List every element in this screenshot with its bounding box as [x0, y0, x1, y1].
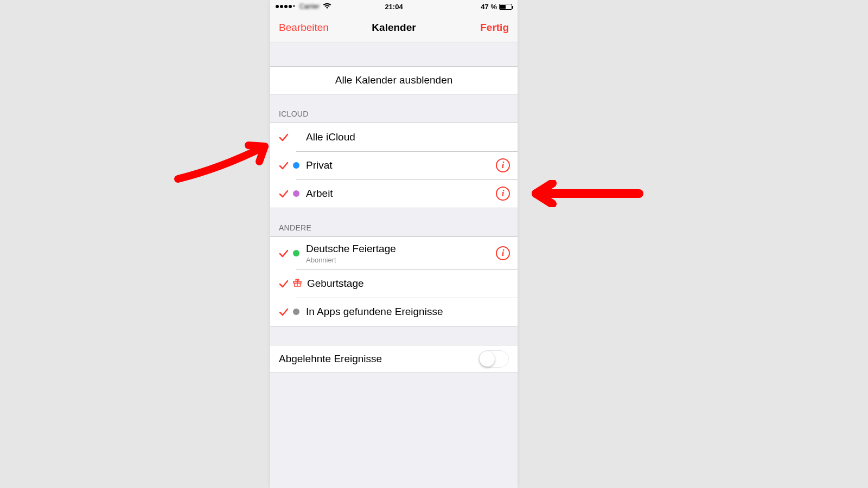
status-left: Carrier: [270, 3, 331, 11]
calendar-row-privat[interactable]: Privat i: [270, 151, 518, 179]
done-button[interactable]: Fertig: [480, 22, 509, 34]
calendar-row-all-icloud[interactable]: Alle iCloud: [270, 123, 518, 151]
calendar-row-geburtstage[interactable]: Geburtstage: [270, 269, 518, 298]
calendar-sublabel: Abonniert: [306, 256, 396, 264]
section-header-icloud: ICLOUD: [270, 94, 518, 123]
icloud-calendar-list: Alle iCloud Privat i Arbeit i: [270, 123, 518, 208]
hide-all-calendars-button[interactable]: Alle Kalender ausblenden: [270, 66, 518, 94]
check-icon: [278, 160, 290, 170]
calendar-label: Privat: [306, 159, 333, 171]
declined-events-label: Abgelehnte Ereignisse: [279, 353, 382, 365]
calendar-label: Deutsche Feiertage: [306, 243, 396, 255]
section-header-other: ANDERE: [270, 208, 518, 236]
info-icon[interactable]: i: [496, 187, 510, 201]
declined-events-row: Abgelehnte Ereignisse: [270, 345, 518, 373]
check-icon: [278, 279, 290, 288]
status-bar: Carrier 21:04 47 %: [270, 0, 518, 13]
status-time: 21:04: [385, 3, 403, 11]
calendar-row-found-in-apps[interactable]: In Apps gefundene Ereignisse: [270, 298, 518, 326]
nav-bar: Bearbeiten Kalender Fertig: [270, 13, 518, 42]
calendar-row-feiertage[interactable]: Deutsche Feiertage Abonniert i: [270, 237, 518, 269]
calendar-row-arbeit[interactable]: Arbeit i: [270, 179, 518, 208]
info-icon[interactable]: i: [496, 158, 510, 172]
annotation-arrow-right: [520, 180, 644, 207]
wifi-icon: [323, 3, 331, 11]
signal-dots-icon: [276, 5, 295, 8]
battery-icon: [499, 4, 512, 10]
check-icon: [278, 132, 290, 142]
calendar-label: Alle iCloud: [306, 131, 355, 143]
check-icon: [278, 189, 290, 198]
calendar-label: In Apps gefundene Ereignisse: [306, 306, 443, 318]
other-calendar-list: Deutsche Feiertage Abonniert i Geburtsta…: [270, 236, 518, 326]
edit-button[interactable]: Bearbeiten: [279, 22, 329, 34]
declined-events-toggle[interactable]: [478, 350, 509, 368]
gift-icon: [293, 278, 302, 289]
check-icon: [278, 248, 290, 258]
page-title: Kalender: [372, 22, 416, 34]
annotation-arrow-left: [173, 136, 281, 190]
hide-all-label: Alle Kalender ausblenden: [335, 74, 453, 86]
calendar-label: Arbeit: [306, 188, 333, 200]
calendar-color-dot: [293, 250, 299, 256]
calendar-color-dot: [293, 190, 299, 197]
check-icon: [278, 307, 290, 317]
battery-percent: 47 %: [481, 3, 497, 11]
calendar-color-dot: [293, 309, 299, 315]
info-icon[interactable]: i: [496, 246, 510, 260]
calendar-label: Geburtstage: [307, 278, 364, 290]
phone-frame: Carrier 21:04 47 % Bearbeiten Kalender F…: [270, 0, 518, 488]
carrier-label: Carrier: [299, 3, 320, 10]
status-right: 47 %: [481, 3, 518, 11]
calendar-color-dot: [293, 162, 299, 169]
